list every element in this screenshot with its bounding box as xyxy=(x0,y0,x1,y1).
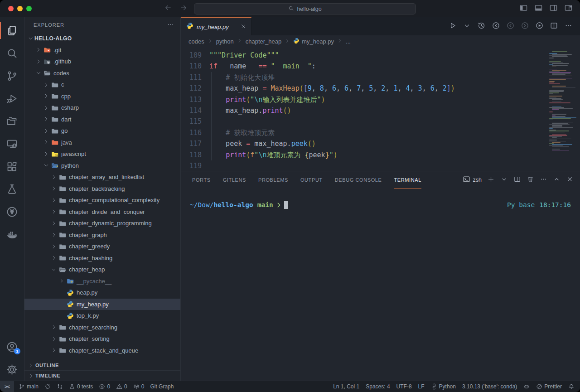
kill-terminal-icon[interactable] xyxy=(527,175,534,185)
nav-forward-disabled-icon[interactable] xyxy=(521,21,529,32)
run-dropdown-icon[interactable] xyxy=(463,21,471,32)
nav-back-icon[interactable] xyxy=(492,21,500,32)
tree-item-chapter-graph[interactable]: chapter_graph xyxy=(24,229,180,241)
status-python-interpreter[interactable]: 3.10.13 ('base': conda) xyxy=(462,383,517,390)
tree-item-heap-py[interactable]: heap.py xyxy=(24,287,180,299)
code-line-109[interactable]: 109"""Driver Code""" xyxy=(181,50,580,61)
status-gitlens-compare[interactable] xyxy=(57,383,63,390)
tree-item-chapter-sorting[interactable]: chapter_sorting xyxy=(24,333,180,345)
tree-item-chapter-stack-and-queue[interactable]: chapter_stack_and_queue xyxy=(24,345,180,357)
activity-extensions-icon[interactable] xyxy=(0,155,24,178)
timeline-history-icon[interactable] xyxy=(477,21,486,32)
terminal[interactable]: ~/Dow/hello-algo main Py base18:17:16 xyxy=(181,189,580,381)
tree-item-chapter-greedy[interactable]: chapter_greedy xyxy=(24,241,180,252)
status-language-mode[interactable]: Python xyxy=(431,383,456,390)
status-warnings[interactable]: 0 xyxy=(116,383,127,390)
breadcrumb-item[interactable]: python xyxy=(216,38,234,45)
activity-project-folders-icon[interactable] xyxy=(0,110,24,132)
tree-item-c[interactable]: c xyxy=(24,79,180,91)
code-line-110[interactable]: 110if __name__ == "__main__": xyxy=(181,61,580,72)
tree-item-chapter-computational-complexity[interactable]: chapter_computational_complexity xyxy=(24,194,180,206)
activity-docker-icon[interactable] xyxy=(0,223,24,246)
tree-item-my-heap-py[interactable]: my_heap.py xyxy=(24,299,180,310)
tree-item--pycache-[interactable]: __pycache__ xyxy=(24,276,180,287)
tree-item-javascript[interactable]: JSjavascript xyxy=(24,148,180,160)
tree-item--git[interactable]: .git xyxy=(24,44,180,56)
activity-explorer-icon[interactable] xyxy=(0,19,24,42)
code-line-118[interactable]: 118 print(f"\n堆顶元素为 {peek}") xyxy=(181,150,580,160)
activity-github-icon[interactable] xyxy=(0,200,24,223)
code-line-117[interactable]: 117 peek = max_heap.peek() xyxy=(181,138,580,149)
active-terminal[interactable]: zsh xyxy=(463,175,482,184)
tree-item-go[interactable]: go xyxy=(24,125,180,137)
zoom-window-button[interactable] xyxy=(26,6,32,11)
status-git-graph[interactable]: Git Graph xyxy=(150,383,174,390)
status-notifications[interactable] xyxy=(568,383,575,390)
close-window-button[interactable] xyxy=(8,6,14,11)
status-sync-changes[interactable] xyxy=(44,383,51,390)
tree-item-cpp[interactable]: cpp xyxy=(24,91,180,102)
breadcrumb-item[interactable]: my_heap.py xyxy=(293,38,334,45)
section-timeline[interactable]: TIMELINE xyxy=(24,370,180,381)
status-cursor-position[interactable]: Ln 1, Col 1 xyxy=(333,383,359,390)
status-git-branch-status[interactable]: main xyxy=(19,383,39,390)
tree-item-python[interactable]: python xyxy=(24,160,180,172)
tree-item-csharp[interactable]: csharp xyxy=(24,102,180,114)
tree-item-chapter-backtracking[interactable]: chapter_backtracking xyxy=(24,183,180,195)
tree-item-chapter-array-and-linkedlist[interactable]: chapter_array_and_linkedlist xyxy=(24,171,180,183)
code-line-113[interactable]: 113 print("\n输入列表并建堆后") xyxy=(181,94,580,105)
status-forwarded-ports[interactable]: 0 xyxy=(133,383,145,390)
tree-item-chapter-heap[interactable]: chapter_heap xyxy=(24,264,180,276)
close-panel-icon[interactable] xyxy=(566,175,574,185)
layout-customize-icon[interactable] xyxy=(564,4,573,14)
panel-tab-ports[interactable]: PORTS xyxy=(192,171,211,189)
activity-accounts-icon[interactable]: 1 xyxy=(0,335,24,358)
tree-item-top-k-py[interactable]: top_k.py xyxy=(24,310,180,322)
status-copilot[interactable] xyxy=(523,383,530,390)
nav-forward-icon[interactable] xyxy=(179,4,188,14)
minimize-window-button[interactable] xyxy=(17,6,23,11)
tab-my-heap[interactable]: my_heap.py xyxy=(181,17,251,35)
status-eol[interactable]: LF xyxy=(418,383,425,390)
tree-item-chapter-dynamic-programming[interactable]: chapter_dynamic_programming xyxy=(24,218,180,229)
activity-settings-icon[interactable] xyxy=(0,358,24,381)
breadcrumb-item[interactable]: chapter_heap xyxy=(246,38,282,45)
breadcrumb-item[interactable]: codes xyxy=(188,38,204,45)
panel-tab-terminal[interactable]: TERMINAL xyxy=(394,171,421,189)
section-outline[interactable]: OUTLINE xyxy=(24,360,180,370)
terminal-dropdown-icon[interactable] xyxy=(500,175,508,185)
panel-tab-gitlens[interactable]: GITLENS xyxy=(223,171,246,189)
minimap[interactable] xyxy=(547,51,577,151)
panel-tab-problems[interactable]: PROBLEMS xyxy=(258,171,288,189)
maximize-panel-icon[interactable] xyxy=(553,175,561,185)
more-panel-actions-icon[interactable] xyxy=(540,175,547,185)
tree-item-chapter-searching[interactable]: chapter_searching xyxy=(24,322,180,334)
status-test-results[interactable]: 0 tests xyxy=(69,383,93,390)
activity-search-icon[interactable] xyxy=(0,42,24,64)
layout-sidebar-left-icon[interactable] xyxy=(519,4,528,14)
code-line-112[interactable]: 112 max_heap = MaxHeap([9, 8, 6, 6, 7, 5… xyxy=(181,83,580,94)
tree-item-dart[interactable]: dart xyxy=(24,114,180,126)
split-terminal-icon[interactable] xyxy=(513,175,521,185)
panel-tab-output[interactable]: OUTPUT xyxy=(300,171,323,189)
code-line-111[interactable]: 111 # 初始化大顶堆 xyxy=(181,72,580,83)
tree-item-chapter-divide-and-conquer[interactable]: chapter_divide_and_conquer xyxy=(24,206,180,218)
remote-indicator[interactable]: >< xyxy=(0,381,14,392)
panel-tab-debug-console[interactable]: DEBUG CONSOLE xyxy=(335,171,382,189)
status-indentation[interactable]: Spaces: 4 xyxy=(366,383,390,390)
code-line-119[interactable]: 119 xyxy=(181,160,580,171)
status-encoding[interactable]: UTF-8 xyxy=(396,383,412,390)
close-tab-icon[interactable] xyxy=(240,23,246,31)
tree-item-codes[interactable]: codes xyxy=(24,68,180,79)
breadcrumb-item[interactable]: ... xyxy=(346,38,351,45)
run-or-debug-icon[interactable] xyxy=(535,21,544,32)
command-center-search[interactable]: hello-algo xyxy=(194,3,416,15)
activity-testing-icon[interactable] xyxy=(0,178,24,200)
layout-panel-icon[interactable] xyxy=(534,4,543,14)
layout-sidebar-right-icon[interactable] xyxy=(549,4,558,14)
tree-item-java[interactable]: java xyxy=(24,137,180,149)
activity-source-control-icon[interactable] xyxy=(0,64,24,87)
tree-item--github[interactable]: .github xyxy=(24,56,180,68)
code-line-116[interactable]: 116 # 获取堆顶元素 xyxy=(181,127,580,138)
tree-item-chapter-hashing[interactable]: chapter_hashing xyxy=(24,252,180,264)
